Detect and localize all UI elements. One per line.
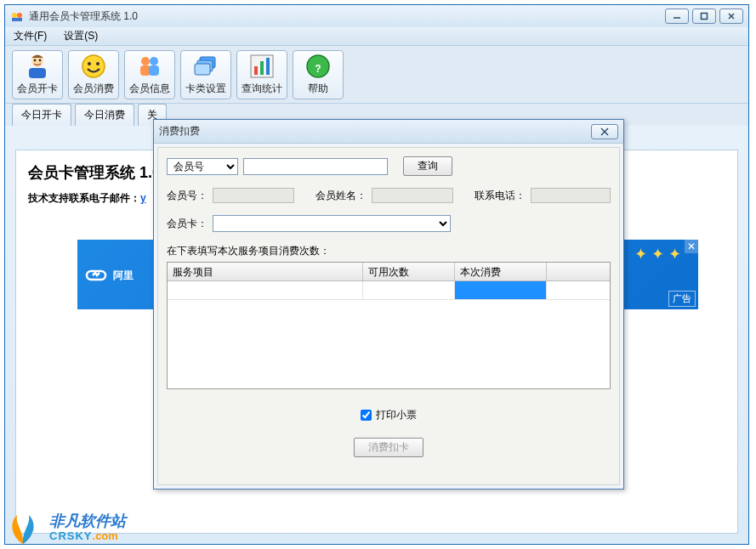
cell-service[interactable] (168, 281, 363, 300)
menu-bar: 文件(F) 设置(S) (5, 27, 748, 46)
toolbar-stats[interactable]: 查询统计 (236, 50, 287, 99)
toolbar-card-type[interactable]: 卡类设置 (180, 50, 231, 99)
grid-header: 服务项目 可用次数 本次消费 (168, 263, 610, 281)
svg-rect-22 (254, 66, 258, 75)
svg-point-8 (34, 59, 37, 62)
cell-this-consume[interactable] (455, 281, 547, 300)
help-icon: ? (304, 53, 332, 80)
svg-point-13 (96, 62, 99, 65)
svg-point-11 (82, 55, 105, 77)
banner-close-icon[interactable]: ✕ (685, 240, 698, 253)
close-button[interactable] (719, 8, 743, 24)
svg-rect-2 (12, 18, 22, 21)
dialog-close-button[interactable] (591, 124, 618, 139)
svg-rect-20 (195, 64, 210, 75)
svg-rect-23 (260, 61, 264, 75)
menu-file[interactable]: 文件(F) (9, 27, 52, 45)
support-label: 技术支持联系电子邮件： (28, 192, 140, 204)
banner-ad-tag: 广告 (668, 291, 696, 307)
toolbar-help[interactable]: ? 帮助 (293, 50, 344, 99)
toolbar-label: 会员信息 (129, 82, 170, 96)
consume-dialog: 消费扣费 会员号 查询 会员号： 会员姓名： 联系电话： 会员卡： (153, 119, 624, 490)
svg-point-9 (39, 59, 42, 62)
toolbar-label: 会员消费 (73, 82, 114, 96)
toolbar-consume[interactable]: 会员消费 (68, 50, 119, 99)
chart-icon (248, 53, 276, 80)
watermark-icon (5, 510, 41, 546)
col-service: 服务项目 (168, 263, 363, 280)
banner-text: 阿里 (113, 269, 134, 283)
svg-point-15 (150, 57, 158, 65)
field-member-no (213, 188, 294, 203)
col-this: 本次消费 (455, 263, 547, 280)
toolbar-info[interactable]: 会员信息 (124, 50, 175, 99)
cards-stack-icon (192, 53, 219, 80)
banner-logo: 阿里 (84, 263, 134, 287)
toolbar-open-card[interactable]: 会员开卡 (12, 50, 63, 99)
menu-settings[interactable]: 设置(S) (59, 27, 103, 45)
field-member-name (372, 188, 453, 203)
toolbar-label: 查询统计 (242, 82, 282, 96)
card-row: 会员卡： (167, 215, 611, 232)
minimize-button[interactable] (665, 8, 689, 24)
label-member-name: 会员姓名： (315, 189, 367, 203)
person-card-icon (24, 53, 51, 80)
banner-stars: ✦ ✦ ✦ (634, 245, 681, 263)
svg-rect-10 (29, 68, 46, 78)
people-icon (136, 53, 163, 80)
toolbar: 会员开卡 会员消费 会员信息 卡类设置 查询统计 ? 帮助 (5, 46, 748, 104)
svg-rect-4 (702, 14, 708, 20)
dialog-body: 会员号 查询 会员号： 会员姓名： 联系电话： 会员卡： 在下表填写本次服务项目… (157, 147, 620, 485)
dialog-title: 消费扣费 (159, 124, 591, 139)
search-input[interactable] (243, 158, 388, 175)
svg-point-0 (12, 13, 17, 18)
app-icon (10, 9, 24, 23)
svg-point-12 (88, 62, 91, 65)
member-info-row: 会员号： 会员姓名： 联系电话： (167, 188, 611, 203)
toolbar-label: 会员开卡 (17, 82, 58, 96)
maximize-button[interactable] (692, 8, 716, 24)
tab-today-consume[interactable]: 今日消费 (75, 104, 134, 126)
instruction-text: 在下表填写本次服务项目消费次数： (167, 244, 611, 258)
col-available: 可用次数 (363, 263, 455, 280)
toolbar-label: 帮助 (308, 82, 328, 96)
svg-rect-17 (149, 65, 159, 76)
title-bar: 通用会员卡管理系统 1.0 (5, 5, 748, 27)
label-member-card: 会员卡： (167, 217, 207, 231)
submit-button[interactable]: 消费扣卡 (354, 438, 423, 457)
watermark-domain2: .com (93, 529, 118, 542)
col-blank (547, 263, 610, 280)
svg-point-14 (141, 57, 150, 65)
watermark-domain1: CRSKY (49, 529, 93, 542)
svg-rect-24 (266, 58, 270, 75)
tab-today-card[interactable]: 今日开卡 (12, 104, 71, 126)
member-card-select[interactable] (213, 215, 451, 232)
cell-available[interactable] (363, 281, 455, 300)
search-row: 会员号 查询 (167, 156, 611, 176)
smiley-icon (80, 53, 107, 80)
window-controls (665, 8, 743, 24)
window-title: 通用会员卡管理系统 1.0 (29, 9, 665, 24)
watermark-site: 非凡软件站 (49, 511, 126, 531)
service-grid[interactable]: 服务项目 可用次数 本次消费 (167, 262, 611, 389)
label-phone: 联系电话： (475, 189, 526, 203)
label-member-no: 会员号： (167, 189, 207, 203)
search-type-select[interactable]: 会员号 (167, 158, 238, 175)
field-phone (531, 188, 611, 203)
submit-row: 消费扣卡 (167, 438, 611, 457)
print-row: 打印小票 (167, 408, 611, 422)
watermark: 非凡软件站 CRSKY.com (5, 510, 44, 546)
toolbar-label: 卡类设置 (185, 82, 226, 96)
support-link[interactable]: y (140, 192, 146, 204)
query-button[interactable]: 查询 (403, 156, 452, 176)
print-receipt-checkbox[interactable] (361, 410, 372, 421)
svg-text:?: ? (315, 63, 321, 75)
dialog-title-bar: 消费扣费 (154, 120, 623, 144)
cell-blank (547, 281, 610, 300)
svg-point-1 (17, 13, 22, 18)
grid-row[interactable] (168, 281, 610, 300)
print-receipt-label: 打印小票 (376, 408, 417, 422)
